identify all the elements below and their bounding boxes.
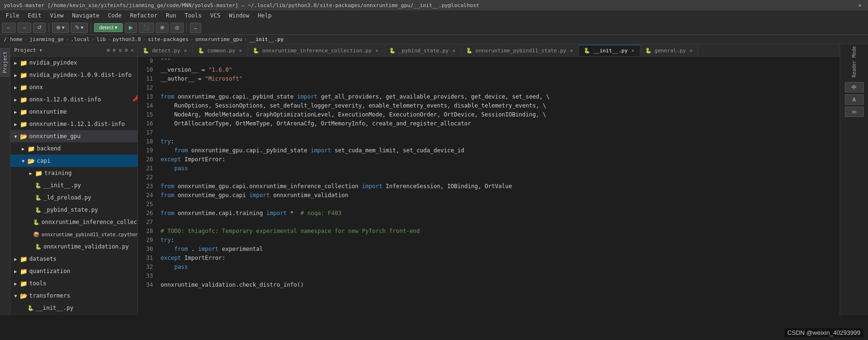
code-editor[interactable]: """ __version__ = "1.6.0" __author__ = "… (157, 57, 840, 315)
code-line-12 (161, 83, 840, 92)
code-line-9: """ (161, 57, 840, 66)
tree-item-nvidia-pyindex[interactable]: ▶ 📁 nvidia_pyindex (10, 57, 137, 69)
title-text: yolov5-master [/home/kevin_xie/yifeinfs/… (4, 2, 479, 8)
tab-pybind-label: _pybind_state.py (399, 48, 449, 54)
tab-init-close[interactable]: × (630, 48, 635, 54)
sidebar-add-icon[interactable]: ⊕ (107, 47, 110, 53)
tree-item-inference-collection[interactable]: ▶ 🐍 onnxruntime_inference_collection.py (10, 216, 137, 228)
breadcrumb-sitepackages[interactable]: site-packages (148, 36, 188, 42)
sidebar-header: Project ▾ ⊕ ≡ ⇅ ⚙ × (10, 44, 137, 57)
tab-init-icon: 🐍 (584, 48, 590, 54)
menu-navigate[interactable]: Navigate (68, 11, 103, 20)
code-line-26: from onnxruntime.capi.training import * … (161, 209, 840, 218)
tree-item-onnx-dist[interactable]: ▶ 📁 onnx-1.12.0.dist-info (10, 93, 137, 106)
tab-general[interactable]: 🐍 general.py × (640, 45, 698, 56)
detect-button[interactable]: detect ▾ (94, 23, 123, 32)
tab-pybind11-close[interactable]: × (569, 48, 574, 54)
toolbar-edit[interactable]: ✎ ▾ (71, 23, 88, 33)
tab-pybind-close[interactable]: × (451, 48, 456, 54)
tree-item-onnxruntime-dist[interactable]: ▶ 📁 onnxruntime-1.12.1.dist-info (10, 118, 137, 130)
tab-common-label: common.py (207, 48, 236, 54)
tree-item-onnx[interactable]: ▶ 📁 onnx (10, 81, 137, 93)
reader-mode-btn-2[interactable]: A (845, 94, 864, 105)
line-numbers: 9 10 11 12 13 14 15 16 17 18 19 20 21 22… (138, 57, 157, 315)
profile-button[interactable]: ⊕ (156, 23, 169, 33)
run-button[interactable]: ▶ (125, 23, 137, 33)
toolbar-back[interactable]: ← (2, 23, 16, 33)
tab-pybind11-label: onnxruntime_pybind11_state.py (476, 48, 566, 54)
close-button[interactable]: × (855, 1, 864, 9)
code-line-29: try: (161, 236, 840, 245)
tree-item-datasets[interactable]: ▶ 📁 datasets (10, 253, 137, 265)
menu-code[interactable]: Code (104, 11, 126, 20)
code-line-31: except ImportError: (161, 254, 840, 263)
tab-common-close[interactable]: × (238, 48, 243, 54)
tab-inference[interactable]: 🐍 onnxruntime_inference_collection.py × (248, 45, 384, 56)
project-tab[interactable]: Project (0, 48, 9, 76)
breadcrumb-python[interactable]: python3.8 (113, 36, 141, 42)
menu-help[interactable]: Help (254, 11, 275, 20)
menu-refactor[interactable]: Refactor (126, 11, 161, 20)
tree-item-transformers-init[interactable]: ▶ 🐍 __init__.py (10, 302, 137, 314)
toolbar-refresh[interactable]: ↺ (33, 23, 46, 33)
menu-vcs[interactable]: VCS (206, 11, 224, 20)
breadcrumb-user[interactable]: jianming_ge (29, 36, 64, 42)
tab-inference-close[interactable]: × (374, 48, 379, 54)
tree-item-quantization[interactable]: ▶ 📁 quantization (10, 265, 137, 277)
tree-item-nvidia-pyindex-dist[interactable]: ▶ 📁 nvidia_pyindex-1.0.9.dist-info (10, 69, 137, 81)
reader-mode-btn-1[interactable]: 中 (845, 82, 864, 92)
tree-item-onnxruntime-gpu[interactable]: ▼ 📂 onnxruntime_gpu (10, 130, 137, 142)
tab-general-close[interactable]: × (689, 48, 693, 54)
menu-file[interactable]: File (2, 11, 23, 20)
sidebar-project-label[interactable]: Project ▾ (14, 47, 43, 53)
tree-item-license[interactable]: ▶ 📄 LICENSE (10, 314, 137, 315)
toolbar-add[interactable]: ⊕ ▾ (52, 23, 69, 33)
tab-pybind11[interactable]: 🐍 onnxruntime_pybind11_state.py × (461, 45, 579, 56)
code-line-19: from onnxruntime_gpu.capi._pybind_state … (161, 146, 840, 155)
breadcrumb-lib[interactable]: lib (96, 36, 106, 42)
tab-pybind[interactable]: 🐍 _pybind_state.py × (384, 45, 461, 56)
tree-item-pybind11-so[interactable]: ▶ 📦 onnxruntime_pybind11_state.cpython-3… (10, 228, 137, 240)
tree-item-onnxruntime[interactable]: ▶ 📁 onnxruntime (10, 106, 137, 118)
tree-item-validation[interactable]: ▶ 🐍 onnxruntime_validation.py (10, 240, 137, 253)
toolbar-forward[interactable]: → (17, 23, 31, 33)
debug-button[interactable]: ⬛ (139, 23, 154, 33)
menu-window[interactable]: Window (225, 11, 253, 20)
sidebar-gear-icon[interactable]: ⚙ (125, 47, 128, 53)
right-panel: Reader Mode 中 A ≫ (840, 44, 868, 315)
breadcrumb-local[interactable]: .local (71, 36, 90, 42)
breadcrumb-file[interactable]: __init__.py (249, 36, 284, 42)
sidebar-sort-icon[interactable]: ⇅ (119, 47, 122, 53)
tab-common[interactable]: 🐍 common.py × (193, 45, 248, 56)
menu-run[interactable]: Run (162, 11, 180, 20)
code-line-25 (161, 200, 840, 209)
code-line-18: try: (161, 137, 840, 146)
tree-item-capi-init[interactable]: ▶ 🐍 __init__.py (10, 179, 137, 191)
code-line-16: OrtAllocatorType, OrtMemType, OrtArenaCf… (161, 119, 840, 128)
tab-pybind-icon: 🐍 (389, 48, 396, 54)
tree-item-pybind-state[interactable]: ▶ 🐍 _pybind_state.py (10, 204, 137, 216)
settings-button[interactable]: – (190, 23, 201, 33)
toolbar-separator-1 (49, 23, 49, 33)
sidebar-list-icon[interactable]: ≡ (113, 47, 116, 53)
tree-item-ld-preload[interactable]: ▶ 🐍 _ld_preload.py (10, 191, 137, 204)
tree-item-tools[interactable]: ▶ 📁 tools (10, 277, 137, 290)
sidebar-header-icons: ⊕ ≡ ⇅ ⚙ × (107, 47, 134, 53)
tree-item-training[interactable]: ▶ 📁 training (10, 167, 137, 179)
tab-detect[interactable]: 🐍 detect.py × (138, 45, 193, 56)
breadcrumb: / home › jianming_ge › .local › lib › py… (0, 35, 868, 44)
sidebar-close-icon[interactable]: × (130, 47, 134, 53)
tree-item-transformers[interactable]: ▼ 📂 transformers (10, 290, 137, 302)
tree-item-capi[interactable]: ▼ 📂 capi (10, 155, 137, 167)
breadcrumb-onnxgpu[interactable]: onnxruntime_gpu (196, 36, 242, 42)
breadcrumb-home[interactable]: / home (4, 36, 23, 42)
reader-mode-btn-3[interactable]: ≫ (845, 107, 864, 117)
coverage-button[interactable]: ◎ (170, 23, 184, 33)
tab-detect-close[interactable]: × (183, 48, 188, 54)
code-line-14: RunOptions, SessionOptions, set_default_… (161, 101, 840, 110)
tree-item-backend[interactable]: ▶ 📁 backend (10, 142, 137, 155)
menu-edit[interactable]: Edit (24, 11, 45, 20)
menu-tools[interactable]: Tools (181, 11, 205, 20)
menu-view[interactable]: View (46, 11, 68, 20)
tab-init[interactable]: 🐍 __init__.py × (579, 45, 640, 56)
